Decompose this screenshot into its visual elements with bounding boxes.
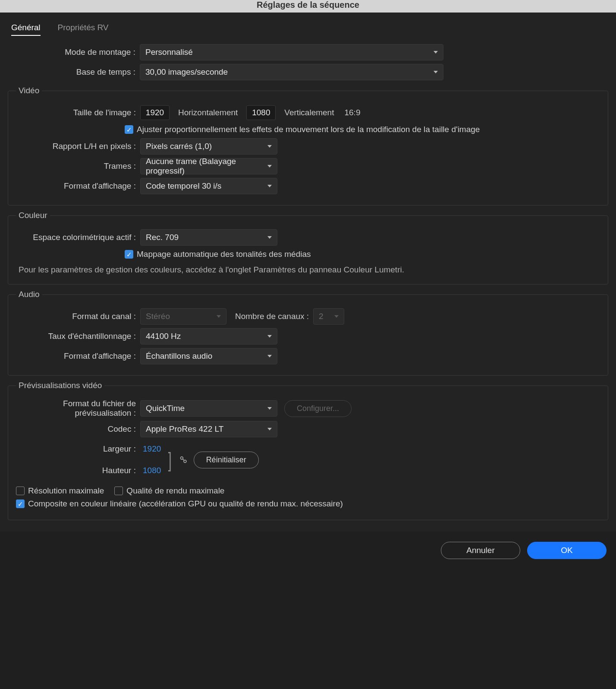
codec-dropdown[interactable]: Apple ProRes 422 LT bbox=[140, 421, 277, 437]
audio-display-format-dropdown[interactable]: Échantillons audio bbox=[140, 348, 277, 364]
scale-motion-label: Ajuster proportionnellement les effets d… bbox=[137, 125, 480, 134]
color-space-label: Espace colorimétrique actif : bbox=[16, 233, 140, 242]
chevron-down-icon bbox=[267, 145, 272, 148]
editing-mode-value: Personnalisé bbox=[145, 47, 193, 57]
preview-height-value[interactable]: 1080 bbox=[143, 466, 161, 475]
tab-vr-properties[interactable]: Propriétés RV bbox=[58, 23, 109, 36]
timebase-value: 30,00 images/seconde bbox=[145, 67, 228, 77]
window-title: Réglages de la séquence bbox=[0, 0, 616, 13]
pixel-aspect-label: Rapport L/H en pixels : bbox=[16, 142, 140, 151]
channel-format-label: Format du canal : bbox=[16, 312, 140, 321]
editing-mode-dropdown[interactable]: Personnalisé bbox=[140, 44, 443, 60]
video-display-format-label: Format d'affichage : bbox=[16, 181, 140, 191]
video-display-format-dropdown[interactable]: Code temporel 30 i/s bbox=[140, 178, 277, 194]
codec-value: Apple ProRes 422 LT bbox=[146, 424, 223, 434]
pixel-aspect-value: Pixels carrés (1,0) bbox=[146, 142, 212, 151]
preview-width-value[interactable]: 1920 bbox=[143, 444, 161, 454]
reset-button[interactable]: Réinitialiser bbox=[194, 452, 259, 468]
auto-tone-map-checkbox[interactable] bbox=[125, 250, 133, 259]
tabs: Général Propriétés RV bbox=[0, 17, 616, 38]
vertical-label: Verticalement bbox=[284, 108, 334, 117]
video-display-format-value: Code temporel 30 i/s bbox=[146, 181, 221, 191]
audio-group: Audio Format du canal : Stéréo Nombre de… bbox=[8, 290, 608, 376]
dialog-footer: Annuler OK bbox=[0, 531, 616, 565]
max-resolution-checkbox[interactable] bbox=[16, 487, 25, 495]
color-space-value: Rec. 709 bbox=[146, 233, 179, 242]
timebase-dropdown[interactable]: 30,00 images/seconde bbox=[140, 64, 443, 80]
linear-composite-label: Composite en couleur linéaire (accélérat… bbox=[28, 499, 343, 509]
chevron-down-icon bbox=[267, 236, 272, 239]
frame-height-input[interactable]: 1080 bbox=[246, 105, 276, 120]
preview-height-label: Hauteur : bbox=[16, 466, 140, 475]
color-group: Couleur Espace colorimétrique actif : Re… bbox=[8, 211, 608, 284]
chevron-down-icon bbox=[267, 428, 272, 430]
video-group: Vidéo Taille de l'image : 1920 Horizonta… bbox=[8, 86, 608, 205]
max-render-quality-label: Qualité de rendu maximale bbox=[126, 486, 224, 496]
preview-file-format-value: QuickTime bbox=[146, 404, 185, 413]
configure-button: Configurer... bbox=[284, 400, 352, 417]
chevron-down-icon bbox=[434, 71, 438, 73]
editing-mode-label: Mode de montage : bbox=[8, 47, 140, 57]
audio-display-format-value: Échantillons audio bbox=[146, 351, 212, 361]
fields-label: Trames : bbox=[16, 161, 140, 171]
link-icon[interactable]: ⚯ bbox=[176, 453, 189, 466]
fields-dropdown[interactable]: Aucune trame (Balayage progressif) bbox=[140, 158, 277, 174]
max-resolution-label: Résolution maximale bbox=[28, 486, 104, 496]
chevron-down-icon bbox=[267, 407, 272, 410]
preview-group: Prévisualisations vidéo Format du fichie… bbox=[8, 381, 608, 520]
channel-format-value: Stéréo bbox=[146, 312, 170, 321]
frame-size-label: Taille de l'image : bbox=[16, 108, 140, 117]
ok-button[interactable]: OK bbox=[527, 542, 607, 559]
fields-value: Aucune trame (Balayage progressif) bbox=[146, 157, 267, 176]
timebase-label: Base de temps : bbox=[8, 67, 140, 77]
pixel-aspect-dropdown[interactable]: Pixels carrés (1,0) bbox=[140, 138, 277, 155]
scale-motion-checkbox[interactable] bbox=[125, 125, 133, 134]
num-channels-dropdown: 2 bbox=[313, 308, 344, 325]
channel-format-dropdown: Stéréo bbox=[140, 308, 226, 325]
cancel-button[interactable]: Annuler bbox=[441, 542, 520, 559]
color-space-dropdown[interactable]: Rec. 709 bbox=[140, 229, 277, 246]
frame-width-input[interactable]: 1920 bbox=[140, 105, 170, 120]
audio-legend: Audio bbox=[16, 290, 42, 299]
audio-display-format-label: Format d'affichage : bbox=[16, 351, 140, 361]
chevron-down-icon bbox=[267, 185, 272, 187]
num-channels-value: 2 bbox=[319, 312, 324, 321]
preview-file-format-dropdown[interactable]: QuickTime bbox=[140, 400, 277, 417]
preview-legend: Prévisualisations vidéo bbox=[16, 381, 104, 390]
video-legend: Vidéo bbox=[16, 86, 42, 95]
tab-general[interactable]: Général bbox=[11, 23, 41, 36]
chevron-down-icon bbox=[434, 51, 438, 54]
color-legend: Couleur bbox=[16, 211, 50, 220]
color-management-note: Pour les paramètres de gestion des coule… bbox=[19, 265, 597, 275]
link-bracket-icon: ] bbox=[168, 448, 172, 472]
chevron-down-icon bbox=[267, 355, 272, 357]
chevron-down-icon bbox=[267, 165, 272, 168]
auto-tone-map-label: Mappage automatique des tonalités des mé… bbox=[137, 250, 311, 259]
preview-width-label: Largeur : bbox=[16, 444, 140, 454]
sample-rate-dropdown[interactable]: 44100 Hz bbox=[140, 328, 277, 344]
sample-rate-label: Taux d'échantillonnage : bbox=[16, 332, 140, 341]
horizontal-label: Horizontalement bbox=[178, 108, 238, 117]
chevron-down-icon bbox=[334, 315, 339, 318]
codec-label: Codec : bbox=[16, 424, 140, 434]
chevron-down-icon bbox=[217, 315, 221, 318]
num-channels-label: Nombre de canaux : bbox=[235, 312, 309, 321]
chevron-down-icon bbox=[267, 335, 272, 338]
linear-composite-checkbox[interactable] bbox=[16, 499, 25, 508]
preview-file-format-label: Format du fichier de prévisualisation : bbox=[16, 399, 140, 418]
aspect-ratio-value: 16:9 bbox=[344, 108, 360, 117]
max-render-quality-checkbox[interactable] bbox=[114, 487, 123, 495]
sample-rate-value: 44100 Hz bbox=[146, 332, 181, 341]
